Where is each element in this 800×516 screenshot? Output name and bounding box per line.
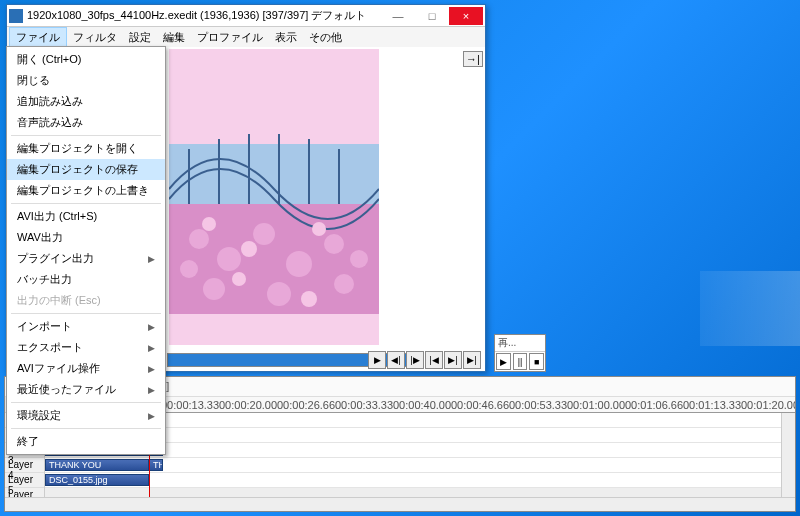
menu-item[interactable]: プラグイン出力▶ xyxy=(7,248,165,269)
menu-view[interactable]: 表示 xyxy=(269,28,303,47)
menu-item[interactable]: 閉じる xyxy=(7,70,165,91)
svg-point-11 xyxy=(253,223,275,245)
preview-image xyxy=(169,49,379,345)
svg-point-13 xyxy=(324,234,344,254)
resume-play-button[interactable]: ▶ xyxy=(496,353,511,370)
svg-point-9 xyxy=(189,229,209,249)
menu-item[interactable]: AVIファイル操作▶ xyxy=(7,358,165,379)
clip-thankyou2[interactable]: TH xyxy=(149,459,163,471)
resume-stop-button[interactable]: ■ xyxy=(529,353,544,370)
menu-edit[interactable]: 編集 xyxy=(157,28,191,47)
menu-item[interactable]: バッチ出力 xyxy=(7,269,165,290)
menu-item[interactable]: 音声読み込み xyxy=(7,112,165,133)
menu-item: 出力の中断 (Esc) xyxy=(7,290,165,311)
svg-point-19 xyxy=(202,217,216,231)
svg-point-17 xyxy=(180,260,198,278)
clip-thankyou[interactable]: THANK YOU xyxy=(45,459,149,471)
menu-profile[interactable]: プロファイル xyxy=(191,28,269,47)
timeline-scroll-h[interactable] xyxy=(5,497,795,511)
frame-jump-button[interactable]: →| xyxy=(463,51,483,67)
menu-item[interactable]: インポート▶ xyxy=(7,316,165,337)
svg-point-20 xyxy=(241,241,257,257)
track-4[interactable]: THANK YOU TH xyxy=(45,458,795,473)
svg-point-21 xyxy=(312,222,326,236)
menu-other[interactable]: その他 xyxy=(303,28,348,47)
next-frame-button[interactable]: ▶| xyxy=(444,351,462,369)
prev-button[interactable]: ◀| xyxy=(387,351,405,369)
layer-label-5[interactable]: Layer 5 xyxy=(5,473,44,488)
menu-item[interactable]: 終了 xyxy=(7,431,165,452)
svg-point-16 xyxy=(334,274,354,294)
menu-item[interactable]: 環境設定▶ xyxy=(7,405,165,426)
track-5[interactable]: DSC_0155.jpg xyxy=(45,473,795,488)
play-button[interactable]: ▶ xyxy=(368,351,386,369)
menubar: ファイル フィルタ 設定 編集 プロファイル 表示 その他 xyxy=(7,27,485,47)
layer-label-4[interactable]: Layer 4 xyxy=(5,458,44,473)
menu-settings[interactable]: 設定 xyxy=(123,28,157,47)
svg-point-18 xyxy=(350,250,368,268)
minimize-button[interactable]: — xyxy=(381,7,415,25)
menu-item[interactable]: 編集プロジェクトの上書き xyxy=(7,180,165,201)
clip-dsc2[interactable]: DSC_0155.jpg xyxy=(45,474,149,486)
track-6[interactable] xyxy=(45,488,795,497)
layer-label-6[interactable]: Layer 6 xyxy=(5,488,44,497)
transport-controls: ▶ ◀| |▶ |◀ ▶| ▶| xyxy=(367,351,481,369)
file-menu-dropdown: 開く (Ctrl+O)閉じる追加読み込み音声読み込み編集プロジェクトを開く編集プ… xyxy=(6,46,166,455)
preview-panel xyxy=(169,49,379,345)
menu-file[interactable]: ファイル xyxy=(9,27,67,48)
menu-item[interactable]: エクスポート▶ xyxy=(7,337,165,358)
menu-item[interactable]: 最近使ったファイル▶ xyxy=(7,379,165,400)
menu-item[interactable]: 追加読み込み xyxy=(7,91,165,112)
menu-item[interactable]: 編集プロジェクトを開く xyxy=(7,138,165,159)
svg-point-23 xyxy=(301,291,317,307)
maximize-button[interactable]: □ xyxy=(415,7,449,25)
close-button[interactable]: × xyxy=(449,7,483,25)
window-title: 1920x1080_30fps_44100Hz.exedit (1936,193… xyxy=(27,8,381,23)
menu-item[interactable]: AVI出力 (Ctrl+S) xyxy=(7,206,165,227)
menu-item[interactable]: 開く (Ctrl+O) xyxy=(7,49,165,70)
resume-title: 再... xyxy=(495,335,545,352)
resume-pause-button[interactable]: || xyxy=(513,353,528,370)
menu-item[interactable]: 編集プロジェクトの保存 xyxy=(7,159,165,180)
prev-frame-button[interactable]: |◀ xyxy=(425,351,443,369)
menu-filter[interactable]: フィルタ xyxy=(67,28,123,47)
svg-point-10 xyxy=(217,247,241,271)
app-icon xyxy=(9,9,23,23)
resume-panel: 再... ▶ || ■ xyxy=(494,334,546,372)
svg-point-12 xyxy=(286,251,312,277)
menu-item[interactable]: WAV出力 xyxy=(7,227,165,248)
end-button[interactable]: ▶| xyxy=(463,351,481,369)
svg-point-22 xyxy=(232,272,246,286)
svg-point-15 xyxy=(267,282,291,306)
next-button[interactable]: |▶ xyxy=(406,351,424,369)
svg-point-14 xyxy=(203,278,225,300)
timeline-scroll-v[interactable] xyxy=(781,413,795,497)
titlebar[interactable]: 1920x1080_30fps_44100Hz.exedit (1936,193… xyxy=(7,5,485,27)
